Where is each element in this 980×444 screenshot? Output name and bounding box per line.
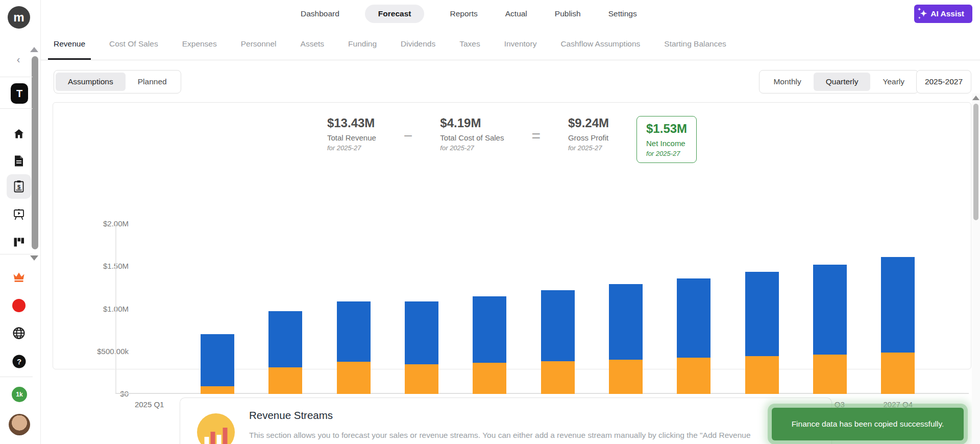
board-columns-icon	[13, 237, 25, 248]
sidebar-item-language[interactable]	[7, 321, 31, 345]
nav-item-reports[interactable]: Reports	[448, 5, 479, 23]
sidebar-item-help[interactable]: ?	[7, 349, 31, 373]
tab-cost-of-sales[interactable]: Cost Of Sales	[109, 28, 158, 60]
notification-badge[interactable]: 1k	[12, 387, 27, 402]
window-scrollbar[interactable]	[972, 94, 980, 444]
stat-label: Total Revenue	[327, 133, 376, 142]
tab-cashflow-assumptions[interactable]: Cashflow Assumptions	[560, 28, 640, 60]
x-axis-label: 2025 Q1	[115, 400, 183, 409]
bar-2026-q1[interactable]	[405, 301, 438, 394]
toggle-planned[interactable]: Planned	[126, 73, 179, 91]
bar-segment-orange	[268, 367, 302, 394]
tab-funding[interactable]: Funding	[348, 28, 377, 60]
sidebar-item-documents[interactable]	[7, 149, 31, 173]
bar-2027-q3[interactable]	[813, 265, 847, 394]
bar-2026-q2[interactable]	[473, 296, 506, 394]
scroll-up-icon[interactable]	[972, 96, 979, 100]
bar-segment-blue	[337, 301, 371, 362]
bar-2026-q4[interactable]	[609, 284, 643, 394]
nav-item-settings[interactable]: Settings	[606, 5, 639, 23]
bar-2027-q4[interactable]	[881, 257, 915, 394]
badge-count: 1k	[16, 391, 22, 398]
sidebar-item-presentation[interactable]	[7, 202, 31, 227]
chart-column-2026-q2: 2026 Q2	[456, 224, 524, 394]
bar-segment-orange	[337, 362, 371, 394]
chart-column-2025-q3: 2025 Q3	[252, 224, 320, 394]
svg-text:$: $	[17, 184, 20, 190]
stat-value: $13.43M	[327, 116, 376, 130]
toggle-yearly[interactable]: Yearly	[870, 73, 917, 91]
chart-plot-area: 2025 Q12025 Q22025 Q32025 Q42026 Q12026 …	[115, 224, 932, 394]
workspace-avatar[interactable]: T	[11, 83, 28, 104]
user-avatar[interactable]	[9, 414, 30, 435]
toast-message: Finance data has been copied successfull…	[792, 419, 944, 429]
sidebar-item-boards[interactable]	[7, 230, 31, 254]
assumptions-planned-toggle: AssumptionsPlanned	[54, 70, 181, 94]
toggle-monthly[interactable]: Monthly	[761, 73, 813, 91]
bar-segment-blue	[677, 278, 710, 358]
globe-icon	[12, 326, 26, 340]
sidebar-divider	[0, 77, 33, 77]
tab-starting-balances[interactable]: Starting Balances	[664, 28, 726, 60]
bar-segment-orange	[677, 358, 710, 394]
stat-net-income: $1.53M Net Income for 2025-27	[636, 116, 697, 163]
stat-value: $9.24M	[568, 116, 609, 130]
bar-segment-blue	[405, 301, 438, 364]
chart-column-2026-q4: 2026 Q4	[592, 224, 659, 394]
toggle-assumptions[interactable]: Assumptions	[56, 73, 126, 91]
sparkles-icon: ✦✦✦	[920, 10, 927, 18]
tab-revenue[interactable]: Revenue	[54, 28, 85, 60]
ai-assist-button[interactable]: ✦✦✦ AI Assist	[914, 5, 972, 23]
revenue-streams-title: Revenue Streams	[249, 409, 333, 422]
nav-item-forecast[interactable]: Forecast	[365, 5, 425, 23]
nav-item-publish[interactable]: Publish	[553, 5, 583, 23]
sidebar-item-record[interactable]	[7, 293, 31, 318]
stat-label: Net Income	[646, 139, 687, 148]
sidebar-item-upgrade[interactable]	[7, 265, 31, 289]
tab-personnel[interactable]: Personnel	[241, 28, 277, 60]
sidebar-item-home[interactable]	[7, 122, 31, 146]
stat-period: for 2025-27	[327, 144, 376, 152]
home-icon	[13, 128, 25, 140]
bar-2026-q3[interactable]	[541, 290, 575, 394]
toggle-quarterly[interactable]: Quarterly	[814, 73, 871, 91]
bar-2025-q3[interactable]	[268, 311, 302, 394]
stat-total-revenue: $13.43M Total Revenue for 2025-27	[327, 116, 376, 152]
nav-item-actual[interactable]: Actual	[503, 5, 529, 23]
window-scrollbar-thumb[interactable]	[973, 104, 978, 220]
stat-period: for 2025-27	[568, 144, 609, 152]
tab-assets[interactable]: Assets	[301, 28, 325, 60]
sidebar-scrollbar-thumb[interactable]	[32, 56, 38, 249]
revenue-streams-description: This section allows you to forecast your…	[249, 430, 823, 441]
chart-column-2025-q2: 2025 Q2	[183, 224, 251, 394]
ai-assist-label: AI Assist	[930, 9, 964, 18]
bar-2027-q1[interactable]	[677, 278, 710, 394]
date-range-button[interactable]: 2025-2027	[916, 70, 971, 94]
bar-segment-orange	[745, 356, 779, 394]
bar-segment-orange	[813, 355, 847, 394]
tab-inventory[interactable]: Inventory	[504, 28, 537, 60]
collapse-chevron-icon[interactable]: ‹	[12, 53, 24, 65]
bar-2025-q4[interactable]	[337, 301, 371, 394]
app-logo[interactable]: m	[8, 6, 30, 29]
bar-segment-orange	[881, 353, 915, 394]
chart-column-2027-q4: 2027 Q4	[864, 224, 932, 394]
tab-taxes[interactable]: Taxes	[459, 28, 480, 60]
bar-segment-orange	[201, 386, 234, 394]
revenue-streams-card: Revenue Streams This section allows you …	[180, 398, 832, 444]
chart-column-2027-q1: 2027 Q1	[660, 224, 728, 394]
app-window: m ‹ T $ ?	[0, 0, 980, 444]
bar-2027-q2[interactable]	[745, 272, 779, 394]
tab-dividends[interactable]: Dividends	[401, 28, 435, 60]
nav-item-dashboard[interactable]: Dashboard	[299, 5, 341, 23]
document-icon	[13, 155, 24, 167]
chart-column-2025-q1: 2025 Q1	[115, 224, 183, 394]
sidebar-scroll-down-icon[interactable]	[30, 255, 38, 261]
mini-bars-icon	[205, 428, 228, 444]
sidebar-item-finance[interactable]: $	[7, 174, 31, 199]
bar-segment-blue	[813, 265, 847, 355]
sidebar-divider	[0, 377, 33, 377]
sidebar-scroll-up-icon[interactable]	[30, 47, 38, 52]
tab-expenses[interactable]: Expenses	[182, 28, 217, 60]
bar-2025-q2[interactable]	[201, 334, 234, 394]
